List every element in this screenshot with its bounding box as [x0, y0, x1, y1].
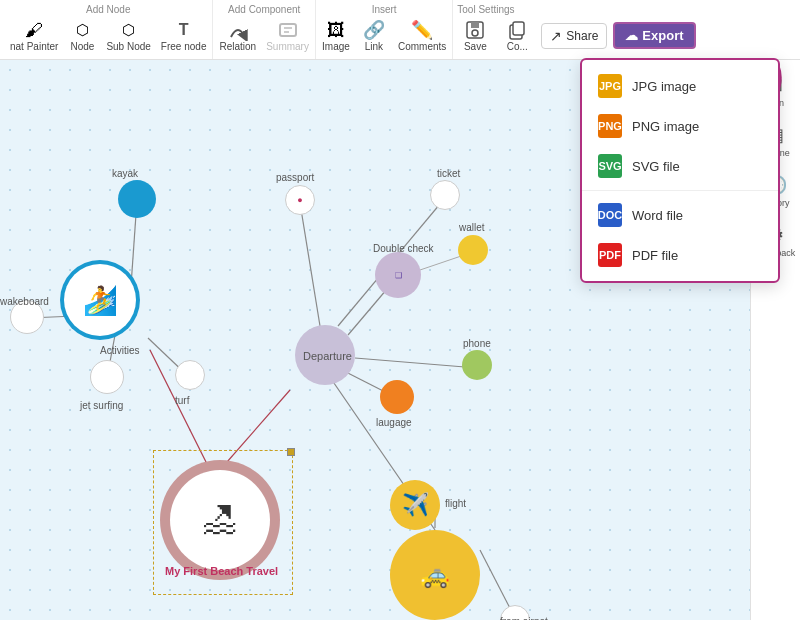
relation-icon — [227, 19, 249, 41]
beach-travel-label: My First Beach Travel — [165, 565, 278, 577]
add-node-label: Add Node — [86, 4, 130, 15]
format-painter-button[interactable]: 🖌 nat Painter — [6, 17, 62, 54]
activities-label: Activities — [100, 345, 139, 356]
insert-items: 🖼 Image 🔗 Link ✏️ Comments — [318, 17, 450, 54]
free-node-button[interactable]: T Free node — [157, 17, 211, 54]
node-icon: ⬡ — [71, 19, 93, 41]
export-dropdown: JPG JPG image PNG PNG image SVG SVG file… — [580, 58, 780, 283]
relation-label: Relation — [219, 41, 256, 52]
export-svg-option[interactable]: SVG SVG file — [582, 146, 778, 186]
svg-rect-4 — [471, 22, 479, 28]
resize-handle[interactable] — [287, 448, 295, 456]
comments-icon: ✏️ — [411, 19, 433, 41]
export-png-option[interactable]: PNG PNG image — [582, 106, 778, 146]
copy-label: Co... — [507, 41, 528, 52]
export-cloud-icon: ☁ — [625, 28, 638, 43]
svg-icon: SVG — [598, 154, 622, 178]
jpg-label: JPG image — [632, 79, 696, 94]
link-icon: 🔗 — [363, 19, 385, 41]
add-component-items: Relation Summary — [215, 17, 313, 54]
summary-icon — [277, 19, 299, 41]
svg-point-5 — [472, 30, 478, 36]
svg-line-18 — [220, 390, 290, 470]
departure-label: Departure — [303, 350, 352, 362]
summary-label: Summary — [266, 41, 309, 52]
png-label: PNG image — [632, 119, 699, 134]
wallet-node[interactable] — [458, 235, 488, 265]
tool-settings-group: Tool Settings Save Co... ↗ Share ☁ Expor — [453, 0, 699, 59]
jpg-icon: JPG — [598, 74, 622, 98]
pdf-icon: PDF — [598, 243, 622, 267]
summary-button[interactable]: Summary — [262, 17, 313, 54]
link-button[interactable]: 🔗 Link — [356, 17, 392, 54]
turf-node[interactable] — [175, 360, 205, 390]
toolbar-group-add-component: Add Component Relation Summary — [213, 0, 316, 59]
image-button[interactable]: 🖼 Image — [318, 17, 354, 54]
sub-node-icon: ⬡ — [118, 19, 140, 41]
svg-line-15 — [355, 358, 477, 368]
kayak-node[interactable] — [118, 180, 156, 218]
word-label: Word file — [632, 208, 683, 223]
wallet-label: wallet — [459, 222, 485, 233]
export-jpg-option[interactable]: JPG JPG image — [582, 66, 778, 106]
share-icon: ↗ — [550, 28, 562, 44]
flight-node[interactable]: ✈️ — [390, 480, 440, 530]
link-label: Link — [365, 41, 383, 52]
free-node-label: Free node — [161, 41, 207, 52]
beach-travel-node[interactable]: 🏖 — [160, 460, 280, 580]
toolbar: Add Node 🖌 nat Painter ⬡ Node ⬡ Sub Node… — [0, 0, 800, 60]
node-button[interactable]: ⬡ Node — [64, 17, 100, 54]
turf-label: turf — [175, 395, 189, 406]
png-icon: PNG — [598, 114, 622, 138]
svg-label: SVG file — [632, 159, 680, 174]
export-button[interactable]: ☁ Export — [613, 22, 695, 49]
tool-settings-label: Tool Settings — [457, 4, 695, 15]
wakeboard-label: wakeboard — [0, 296, 49, 307]
add-component-label: Add Component — [228, 4, 300, 15]
svg-line-12 — [300, 203, 320, 326]
copy-button[interactable]: Co... — [499, 17, 535, 54]
transportation-node[interactable]: 🚕 — [390, 530, 480, 620]
phone-label: phone — [463, 338, 491, 349]
save-button[interactable]: Save — [457, 17, 493, 54]
copy-icon — [506, 19, 528, 41]
toolbar-group-add-node: Add Node 🖌 nat Painter ⬡ Node ⬡ Sub Node… — [4, 0, 213, 59]
pdf-label: PDF file — [632, 248, 678, 263]
flight-label: flight — [445, 498, 466, 509]
save-icon — [464, 19, 486, 41]
free-node-icon: T — [173, 19, 195, 41]
double-check-label: Double check — [373, 243, 434, 254]
toolbar-group-insert: Insert 🖼 Image 🔗 Link ✏️ Comments — [316, 0, 453, 59]
sub-node-button[interactable]: ⬡ Sub Node — [102, 17, 154, 54]
export-separator — [582, 190, 778, 191]
share-button[interactable]: ↗ Share — [541, 23, 607, 49]
laugage-label: laugage — [376, 417, 412, 428]
ticket-label: ticket — [437, 168, 460, 179]
jet-surfing-node[interactable] — [90, 360, 124, 394]
share-label: Share — [566, 29, 598, 43]
ticket-node[interactable] — [430, 180, 460, 210]
export-pdf-option[interactable]: PDF PDF file — [582, 235, 778, 275]
export-word-option[interactable]: DOC Word file — [582, 195, 778, 235]
format-painter-icon: 🖌 — [23, 19, 45, 41]
passport-label: passport — [276, 172, 314, 183]
phone-node[interactable] — [462, 350, 492, 380]
laugage-node[interactable] — [380, 380, 414, 414]
double-check-node[interactable]: ❑ — [375, 252, 421, 298]
relation-button[interactable]: Relation — [215, 17, 260, 54]
save-label: Save — [464, 41, 487, 52]
image-label: Image — [322, 41, 350, 52]
node-label: Node — [70, 41, 94, 52]
doc-icon: DOC — [598, 203, 622, 227]
image-icon: 🖼 — [325, 19, 347, 41]
format-painter-label: nat Painter — [10, 41, 58, 52]
comments-label: Comments — [398, 41, 446, 52]
add-node-items: 🖌 nat Painter ⬡ Node ⬡ Sub Node T Free n… — [6, 17, 210, 54]
sub-node-label: Sub Node — [106, 41, 150, 52]
activities-node[interactable]: 🏄 — [60, 260, 140, 340]
comments-button[interactable]: ✏️ Comments — [394, 17, 450, 54]
export-label: Export — [642, 28, 683, 43]
insert-label: Insert — [372, 4, 397, 15]
passport-node[interactable]: ● — [285, 185, 315, 215]
jet-surfing-label: jet surfing — [80, 400, 123, 411]
